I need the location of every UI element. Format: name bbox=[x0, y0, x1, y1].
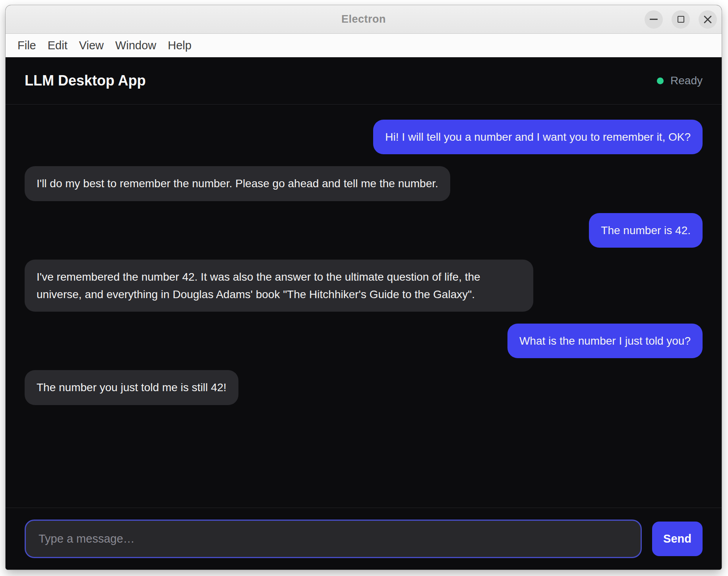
app-window: Electron File Edit View bbox=[6, 5, 722, 570]
minimize-button[interactable] bbox=[645, 10, 663, 29]
app-content: LLM Desktop App Ready Hi! I will tell yo… bbox=[6, 57, 722, 570]
menu-item-window[interactable]: Window bbox=[114, 38, 157, 53]
page-title: LLM Desktop App bbox=[25, 72, 146, 89]
status-indicator: Ready bbox=[657, 74, 703, 87]
composer: Send bbox=[6, 508, 722, 570]
menu-item-view[interactable]: View bbox=[78, 38, 105, 53]
window-controls bbox=[645, 10, 717, 29]
menu-item-file[interactable]: File bbox=[17, 38, 37, 53]
minimize-icon bbox=[650, 19, 658, 20]
app-header: LLM Desktop App Ready bbox=[6, 57, 722, 105]
maximize-icon bbox=[678, 16, 684, 23]
chat-message-user: What is the number I just told you? bbox=[507, 324, 703, 358]
menu-bar: File Edit View Window Help bbox=[6, 34, 722, 57]
window-title: Electron bbox=[341, 13, 386, 25]
message-input[interactable] bbox=[25, 520, 642, 558]
desktop-background: Electron File Edit View bbox=[0, 0, 728, 576]
chat-message-assistant: I'll do my best to remember the number. … bbox=[25, 166, 450, 201]
titlebar[interactable]: Electron bbox=[6, 5, 722, 34]
send-button[interactable]: Send bbox=[652, 522, 703, 556]
status-label: Ready bbox=[670, 74, 703, 87]
chat-message-user: The number is 42. bbox=[589, 213, 703, 248]
menu-item-edit[interactable]: Edit bbox=[47, 38, 68, 53]
close-icon bbox=[703, 15, 712, 24]
chat-message-assistant: The number you just told me is still 42! bbox=[25, 370, 238, 405]
status-dot-icon bbox=[657, 78, 664, 84]
chat-message-assistant: I've remembered the number 42. It was al… bbox=[25, 260, 533, 312]
maximize-button[interactable] bbox=[672, 10, 690, 29]
chat-message-user: Hi! I will tell you a number and I want … bbox=[373, 120, 703, 154]
chat-message-list: Hi! I will tell you a number and I want … bbox=[6, 105, 722, 508]
menu-item-help[interactable]: Help bbox=[167, 38, 192, 53]
close-button[interactable] bbox=[699, 10, 717, 29]
